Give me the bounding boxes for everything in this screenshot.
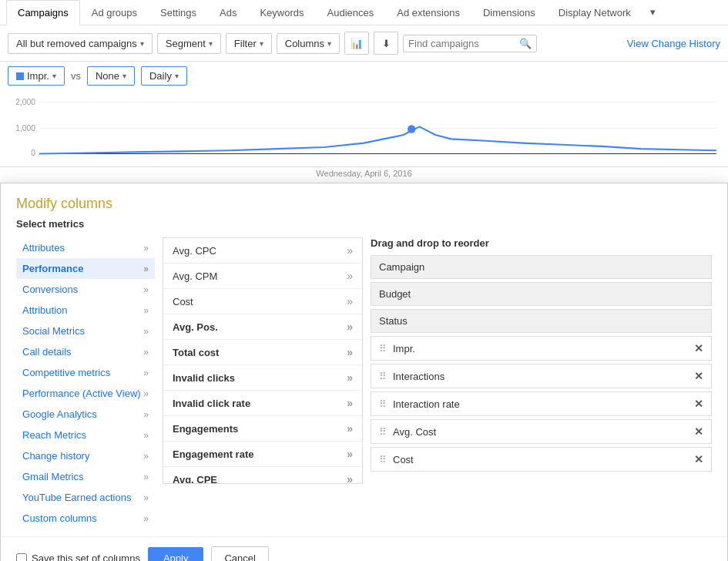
metric-invalid-click-rate[interactable]: Invalid click rate » (163, 391, 362, 416)
tab-ads[interactable]: Ads (208, 0, 248, 25)
category-social-metrics[interactable]: Social Metrics » (16, 321, 155, 341)
category-social-metrics-label: Social Metrics (22, 325, 85, 337)
filter-label: Filter (234, 38, 257, 49)
metric-add-icon: » (347, 244, 353, 257)
filter-campaigns-label: All but removed campaigns (16, 38, 137, 49)
category-attributes[interactable]: Attributes » (16, 237, 155, 258)
tab-display-network[interactable]: Display Network (547, 0, 642, 25)
svg-point-6 (408, 125, 415, 133)
segment-label: Segment (166, 38, 206, 49)
reorder-interactions[interactable]: ⠿ Interactions ✕ (371, 364, 712, 388)
reorder-budget: Budget (371, 282, 712, 306)
segment-dropdown[interactable]: Segment ▾ (157, 33, 221, 54)
metric-avg-pos[interactable]: Avg. Pos. » (163, 314, 362, 340)
reorder-cost[interactable]: ⠿ Cost ✕ (371, 447, 712, 472)
toolbar: All but removed campaigns ▾ Segment ▾ Fi… (0, 25, 728, 62)
chevron-right-icon: » (143, 409, 149, 420)
reorder-cost-label: Cost (393, 454, 694, 465)
metric-add-icon: » (347, 270, 353, 282)
impr-metric-button[interactable]: Impr. ▾ (8, 66, 65, 86)
category-perf-active-view-label: Performance (Active View) (22, 388, 141, 399)
metric-add-icon: » (347, 397, 353, 409)
metric-cost[interactable]: Cost » (163, 289, 362, 314)
tab-ad-extensions[interactable]: Ad extensions (385, 0, 471, 25)
metric-avg-cpe[interactable]: Avg. CPE » (163, 467, 362, 484)
tab-audiences[interactable]: Audiences (316, 0, 386, 25)
tab-dimensions[interactable]: Dimensions (471, 0, 547, 25)
category-google-analytics[interactable]: Google Analytics » (16, 404, 155, 425)
metric-cost-label: Cost (173, 296, 193, 307)
metric-engagement-rate[interactable]: Engagement rate » (163, 442, 362, 467)
more-tabs-button[interactable]: ▾ (642, 0, 663, 25)
reorder-campaign: Campaign (371, 255, 712, 279)
apply-button[interactable]: Apply (148, 547, 204, 561)
reorder-interactions-label: Interactions (393, 371, 694, 382)
chevron-right-icon: » (143, 368, 149, 378)
category-performance[interactable]: Performance » (16, 258, 155, 279)
metric-total-cost-label: Total cost (173, 347, 219, 358)
search-campaigns-input[interactable] (408, 38, 516, 49)
category-conversions-label: Conversions (22, 284, 78, 295)
category-youtube-earned[interactable]: YouTube Earned actions » (16, 487, 155, 508)
daily-button[interactable]: Daily ▾ (141, 66, 187, 86)
reorder-title: Drag and drop to reorder (371, 237, 712, 249)
chart-view-button[interactable]: 📊 (344, 32, 369, 55)
category-conversions[interactable]: Conversions » (16, 279, 155, 300)
reorder-interaction-rate[interactable]: ⠿ Interaction rate ✕ (371, 391, 712, 416)
metric-invalid-click-rate-label: Invalid click rate (173, 398, 250, 409)
metric-avg-cpm[interactable]: Avg. CPM » (163, 264, 362, 289)
remove-interaction-rate-button[interactable]: ✕ (694, 398, 703, 410)
tab-keywords[interactable]: Keywords (248, 0, 315, 25)
columns-dropdown[interactable]: Columns ▾ (277, 33, 340, 54)
columns-caret: ▾ (327, 39, 331, 48)
category-change-history[interactable]: Change history » (16, 445, 155, 466)
cancel-button[interactable]: Cancel (211, 546, 268, 561)
metric-engagements[interactable]: Engagements » (163, 416, 362, 442)
remove-avg-cost-button[interactable]: ✕ (694, 425, 703, 438)
category-call-details[interactable]: Call details » (16, 341, 155, 362)
tab-campaigns[interactable]: Campaigns (6, 0, 80, 25)
metric-add-icon: » (347, 473, 353, 484)
save-columns-checkbox[interactable] (16, 553, 27, 562)
remove-impr-button[interactable]: ✕ (694, 342, 703, 354)
chart-date-label: Wednesday, April 6, 2016 (0, 167, 728, 183)
none-metric-button[interactable]: None ▾ (87, 66, 135, 86)
chevron-right-icon: » (143, 243, 149, 254)
modal-body: Attributes » Performance » Conversions »… (1, 237, 727, 536)
reorder-status-label: Status (379, 315, 408, 327)
tab-ad-groups[interactable]: Ad groups (80, 0, 149, 25)
category-change-history-label: Change history (22, 450, 89, 462)
metric-invalid-clicks[interactable]: Invalid clicks » (163, 365, 362, 391)
remove-cost-button[interactable]: ✕ (694, 453, 703, 465)
filter-campaigns-dropdown[interactable]: All but removed campaigns ▾ (8, 33, 153, 54)
download-button[interactable]: ⬇ (374, 32, 398, 55)
category-attribution-label: Attribution (22, 304, 68, 316)
impr-label: Impr. (27, 70, 49, 82)
category-attribution[interactable]: Attribution » (16, 300, 155, 321)
impr-color-swatch (16, 72, 24, 80)
save-columns-checkbox-label[interactable]: Save this set of columns (16, 553, 140, 561)
chevron-right-icon: » (143, 492, 149, 503)
chevron-right-icon: » (143, 513, 149, 524)
remove-interactions-button[interactable]: ✕ (694, 370, 703, 382)
metric-avg-cpc[interactable]: Avg. CPC » (163, 238, 362, 264)
metric-add-icon: » (347, 346, 353, 358)
filter-dropdown[interactable]: Filter ▾ (226, 33, 272, 54)
category-performance-active-view[interactable]: Performance (Active View) » (16, 383, 155, 404)
metric-total-cost[interactable]: Total cost » (163, 340, 362, 365)
drag-handle-icon: ⠿ (379, 454, 387, 465)
chevron-right-icon: » (143, 388, 149, 399)
category-reach-metrics[interactable]: Reach Metrics » (16, 425, 155, 445)
reorder-impr[interactable]: ⠿ Impr. ✕ (371, 336, 712, 361)
category-gmail-metrics[interactable]: Gmail Metrics » (16, 466, 155, 487)
category-custom-columns[interactable]: Custom columns » (16, 508, 155, 529)
category-google-analytics-label: Google Analytics (22, 408, 97, 420)
columns-label: Columns (285, 38, 324, 49)
chevron-right-icon: » (143, 430, 149, 441)
view-change-history-link[interactable]: View Change History (627, 38, 720, 49)
category-competitive-metrics[interactable]: Competitive metrics » (16, 362, 155, 383)
daily-caret: ▾ (175, 72, 179, 80)
reorder-avg-cost[interactable]: ⠿ Avg. Cost ✕ (371, 419, 712, 444)
tab-settings[interactable]: Settings (149, 0, 208, 25)
category-custom-columns-label: Custom columns (22, 512, 97, 524)
